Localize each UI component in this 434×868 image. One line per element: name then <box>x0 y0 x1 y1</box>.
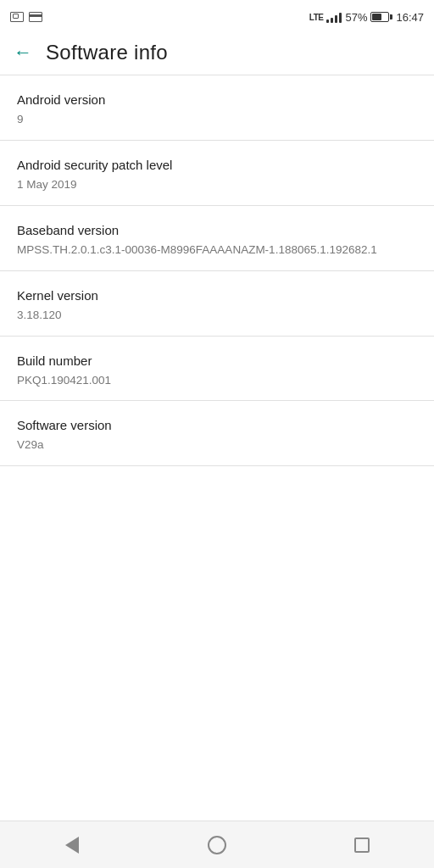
card-icon <box>29 12 42 22</box>
signal-bars <box>326 11 342 23</box>
status-bar-left <box>10 12 42 22</box>
android-version-value: 9 <box>17 112 417 128</box>
signal-bar-2 <box>331 18 333 23</box>
nav-recent-icon <box>354 837 370 853</box>
nav-back-button[interactable] <box>52 825 92 865</box>
status-bar: LTE 57% 16:47 <box>0 0 434 31</box>
software-version-value: V29a <box>17 437 417 453</box>
software-version-label: Software version <box>17 416 417 434</box>
android-version-label: Android version <box>17 91 417 108</box>
battery-percentage: 57% <box>345 11 367 24</box>
signal-bar-4 <box>339 13 342 23</box>
signal-bar-3 <box>335 15 337 23</box>
build-number-label: Build number <box>17 352 417 370</box>
status-bar-right: LTE 57% 16:47 <box>309 11 424 24</box>
back-button[interactable]: ← <box>14 43 32 62</box>
nav-home-icon <box>208 836 226 854</box>
kernel-version-value: 3.18.120 <box>17 308 417 324</box>
build-number-item: Build number PKQ1.190421.001 <box>0 337 434 402</box>
nav-home-button[interactable] <box>197 825 237 865</box>
lte-indicator: LTE <box>309 13 324 22</box>
battery-indicator <box>370 12 392 22</box>
bottom-navigation <box>0 821 434 868</box>
build-number-value: PKQ1.190421.001 <box>17 373 417 389</box>
baseband-version-label: Baseband version <box>17 221 417 239</box>
software-version-item: Software version V29a <box>0 401 434 466</box>
security-patch-label: Android security patch level <box>17 156 417 174</box>
baseband-version-value: MPSS.TH.2.0.1.c3.1-00036-M8996FAAAANAZM-… <box>17 242 417 259</box>
page-header: ← Software info <box>0 31 434 75</box>
security-patch-value: 1 May 2019 <box>17 177 417 193</box>
content-area: Android version 9 Android security patch… <box>0 75 434 466</box>
signal-bar-1 <box>326 19 329 23</box>
baseband-version-item: Baseband version MPSS.TH.2.0.1.c3.1-0003… <box>0 206 434 271</box>
nav-recent-button[interactable] <box>342 825 382 865</box>
kernel-version-item: Kernel version 3.18.120 <box>0 271 434 337</box>
screenshot-icon <box>10 12 24 22</box>
clock: 16:47 <box>396 11 424 24</box>
nav-back-icon <box>65 837 79 854</box>
android-version-item: Android version 9 <box>0 75 434 141</box>
security-patch-item: Android security patch level 1 May 2019 <box>0 141 434 206</box>
kernel-version-label: Kernel version <box>17 287 417 304</box>
page-title: Software info <box>46 41 168 64</box>
